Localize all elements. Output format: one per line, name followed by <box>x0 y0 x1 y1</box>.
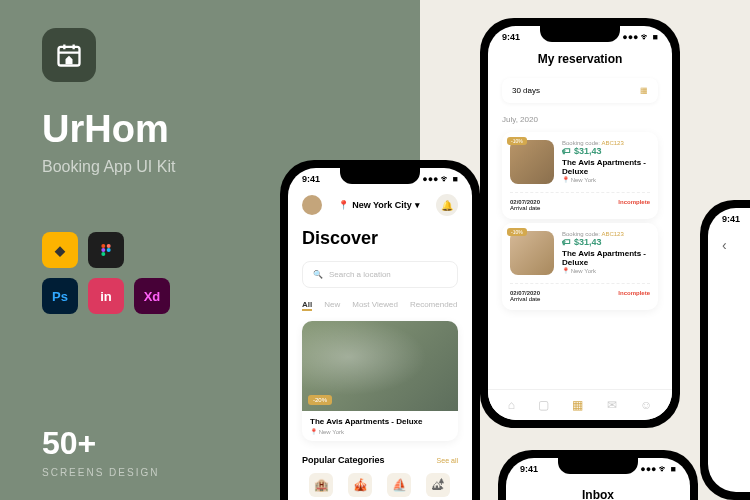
phone-inbox: 9:41●●● ᯤ ■ Inbox 11:00 AM <box>498 450 698 500</box>
property-name: The Avis Apartments - Deluxe <box>310 417 450 426</box>
location-picker[interactable]: 📍 New York City ▾ <box>338 200 420 210</box>
cat-camping[interactable]: 🏕Camping <box>426 473 450 500</box>
sketch-icon: ◆ <box>42 232 78 268</box>
page-title: My reservation <box>488 44 672 74</box>
status-badge: Incomplete <box>618 199 650 211</box>
tool-icons-row2: Ps in Xd <box>42 278 170 314</box>
nav-chat-icon[interactable]: ✉ <box>607 398 617 412</box>
status-badge: Incomplete <box>618 290 650 302</box>
property-image: -20% <box>302 321 458 411</box>
svg-point-1 <box>101 244 105 248</box>
date-filter[interactable]: 30 days▦ <box>502 78 658 103</box>
screens-count-label: SCREENS DESIGN <box>42 467 159 478</box>
property-name: The Avis Apartments - Deluxe <box>562 249 650 267</box>
cat-events[interactable]: 🎪Events <box>348 473 372 500</box>
tab-all[interactable]: All <box>302 300 312 311</box>
property-location: 📍 New York <box>562 267 650 274</box>
nav-profile-icon[interactable]: ☺ <box>640 398 652 412</box>
product-title: UrHom <box>42 108 169 151</box>
back-icon[interactable]: ‹ <box>722 237 727 253</box>
product-subtitle: Booking App UI Kit <box>42 158 175 176</box>
categories: 🏨Hotel 🎪Events ⛵Trip 🏕Camping <box>288 469 472 500</box>
discount-badge: -20% <box>308 395 332 405</box>
avatar[interactable] <box>302 195 322 215</box>
svg-point-5 <box>101 252 105 256</box>
property-location: 📍 New York <box>310 428 450 435</box>
tab-new[interactable]: New <box>324 300 340 311</box>
cat-trip[interactable]: ⛵Trip <box>387 473 411 500</box>
screens-count: 50+ <box>42 425 96 462</box>
month-label: July, 2020 <box>488 107 672 128</box>
phone-change: 9:41 ‹ Chan You have Please <box>700 200 750 500</box>
see-all-link[interactable]: See all <box>437 457 458 464</box>
cat-hotel[interactable]: 🏨Hotel <box>309 473 333 500</box>
svg-point-2 <box>107 244 111 248</box>
price: 🏷 $31,43 <box>562 146 650 156</box>
notification-icon[interactable]: 🔔 <box>436 194 458 216</box>
tab-recommended[interactable]: Recomended <box>410 300 458 311</box>
notch <box>540 26 620 42</box>
page-title: Discover <box>288 224 472 253</box>
nav-bookmark-icon[interactable]: ▢ <box>538 398 549 412</box>
search-input[interactable]: 🔍 Search a location <box>302 261 458 288</box>
reservation-image: -10% <box>510 231 554 275</box>
figma-icon <box>88 232 124 268</box>
nav-home-icon[interactable]: ⌂ <box>508 398 515 412</box>
calendar-icon: ▦ <box>640 86 648 95</box>
notch <box>558 458 638 474</box>
svg-point-4 <box>107 248 111 252</box>
app-logo <box>42 28 96 82</box>
reservation-card[interactable]: -10% Booking code: ABC123 🏷 $31,43 The A… <box>502 223 658 310</box>
xd-icon: Xd <box>134 278 170 314</box>
property-card[interactable]: -20% The Avis Apartments - Deluxe 📍 New … <box>302 321 458 441</box>
tool-icons-row1: ◆ <box>42 232 124 268</box>
svg-point-3 <box>101 248 105 252</box>
property-location: 📍 New York <box>562 176 650 183</box>
price: 🏷 $31,43 <box>562 237 650 247</box>
phone-reservation: 9:41●●● ᯤ ■ My reservation 30 days▦ July… <box>480 18 680 428</box>
phone-discover: 9:41●●● ᯤ ■ 📍 New York City ▾ 🔔 Discover… <box>280 160 480 500</box>
bottom-nav: ⌂ ▢ ▦ ✉ ☺ <box>488 389 672 420</box>
nav-calendar-icon[interactable]: ▦ <box>572 398 583 412</box>
reservation-image: -10% <box>510 140 554 184</box>
reservation-card[interactable]: -10% Booking code: ABC123 🏷 $31,43 The A… <box>502 132 658 219</box>
page-title: Inbox <box>506 476 690 500</box>
heading: Chan <box>722 384 750 400</box>
tab-most-viewed[interactable]: Most Viewed <box>352 300 398 311</box>
invision-icon: in <box>88 278 124 314</box>
filter-tabs: All New Most Viewed Recomended <box>288 296 472 315</box>
property-name: The Avis Apartments - Deluxe <box>562 158 650 176</box>
notch <box>340 168 420 184</box>
section-title: Popular Categories <box>302 455 385 465</box>
status-bar: 9:41 <box>708 208 750 226</box>
photoshop-icon: Ps <box>42 278 78 314</box>
